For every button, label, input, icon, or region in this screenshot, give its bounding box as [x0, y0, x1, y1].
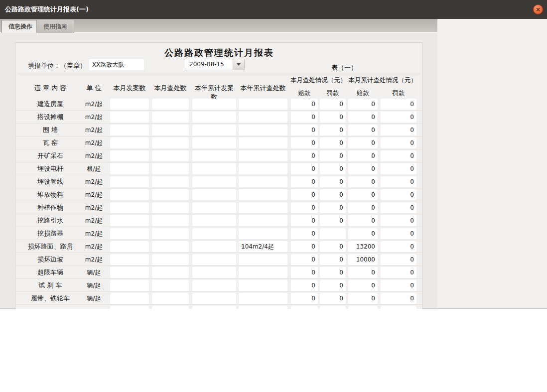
year-handled-input[interactable]	[239, 202, 287, 213]
year-fine-input[interactable]	[381, 280, 416, 291]
year-cases-input[interactable]	[192, 125, 236, 135]
year-fine-input[interactable]	[381, 241, 416, 252]
month-compensation-input[interactable]	[291, 202, 318, 213]
month-handled-input[interactable]	[152, 176, 189, 187]
year-cases-input[interactable]	[192, 189, 236, 200]
month-compensation-input[interactable]	[291, 241, 318, 252]
year-compensation-input[interactable]	[348, 163, 378, 174]
month-compensation-input[interactable]	[291, 125, 318, 135]
year-handled-input[interactable]	[239, 112, 287, 123]
month-compensation-input[interactable]	[291, 280, 318, 291]
month-fine-input[interactable]	[320, 267, 346, 278]
year-handled-input[interactable]	[239, 215, 287, 226]
month-cases-input[interactable]	[110, 202, 149, 213]
month-handled-input[interactable]	[152, 150, 189, 161]
month-compensation-input[interactable]	[291, 215, 318, 226]
year-cases-input[interactable]	[192, 254, 236, 265]
close-icon[interactable]: ×	[533, 4, 543, 14]
month-cases-input[interactable]	[110, 267, 149, 278]
month-compensation-input[interactable]	[291, 176, 318, 187]
month-cases-input[interactable]	[110, 176, 149, 187]
month-compensation-input[interactable]	[291, 112, 318, 123]
month-fine-input[interactable]	[320, 112, 346, 123]
month-cases-input[interactable]	[110, 99, 149, 110]
year-handled-input[interactable]	[239, 267, 287, 278]
month-compensation-input[interactable]	[291, 99, 318, 110]
month-handled-input[interactable]	[152, 280, 189, 291]
month-cases-input[interactable]	[110, 125, 149, 135]
month-fine-input[interactable]	[320, 125, 346, 135]
year-fine-input[interactable]	[381, 112, 416, 123]
year-cases-input[interactable]	[192, 306, 236, 309]
year-handled-input[interactable]	[239, 125, 287, 135]
month-fine-input[interactable]	[320, 241, 346, 252]
month-fine-input[interactable]	[320, 176, 346, 187]
month-fine-input[interactable]	[320, 99, 346, 110]
month-cases-input[interactable]	[110, 293, 149, 304]
month-cases-input[interactable]	[110, 137, 149, 148]
month-cases-input[interactable]	[110, 215, 149, 226]
month-handled-input[interactable]	[152, 189, 189, 200]
year-compensation-input[interactable]	[348, 176, 378, 187]
month-fine-input[interactable]	[320, 202, 346, 213]
month-cases-input[interactable]	[110, 241, 149, 252]
month-fine-input[interactable]	[320, 163, 346, 174]
month-handled-input[interactable]	[152, 241, 189, 252]
year-cases-input[interactable]	[192, 267, 236, 278]
month-fine-input[interactable]	[320, 137, 346, 148]
month-cases-input[interactable]	[110, 189, 149, 200]
month-handled-input[interactable]	[152, 228, 189, 239]
year-handled-input[interactable]	[239, 293, 287, 304]
month-fine-input[interactable]	[320, 189, 346, 200]
year-fine-input[interactable]	[381, 189, 416, 200]
month-fine-input[interactable]	[320, 254, 346, 265]
year-cases-input[interactable]	[192, 137, 236, 148]
year-fine-input[interactable]	[381, 267, 416, 278]
month-handled-input[interactable]	[152, 306, 189, 309]
month-fine-input[interactable]	[320, 228, 346, 239]
month-handled-input[interactable]	[152, 163, 189, 174]
year-cases-input[interactable]	[192, 202, 236, 213]
month-fine-input[interactable]	[320, 293, 346, 304]
year-fine-input[interactable]	[381, 202, 416, 213]
month-handled-input[interactable]	[152, 112, 189, 123]
year-cases-input[interactable]	[192, 176, 236, 187]
year-compensation-input[interactable]	[348, 125, 378, 135]
year-compensation-input[interactable]	[348, 280, 378, 291]
year-handled-input[interactable]	[239, 306, 287, 309]
year-cases-input[interactable]	[192, 241, 236, 252]
month-cases-input[interactable]	[110, 150, 149, 161]
month-handled-input[interactable]	[152, 267, 189, 278]
year-handled-input[interactable]	[239, 280, 287, 291]
month-fine-input[interactable]	[320, 215, 346, 226]
month-compensation-input[interactable]	[291, 163, 318, 174]
month-handled-input[interactable]	[152, 202, 189, 213]
year-fine-input[interactable]	[381, 176, 416, 187]
month-handled-input[interactable]	[152, 99, 189, 110]
year-cases-input[interactable]	[192, 228, 236, 239]
month-handled-input[interactable]	[152, 125, 189, 135]
year-compensation-input[interactable]	[348, 228, 378, 239]
month-cases-input[interactable]	[110, 228, 149, 239]
month-cases-input[interactable]	[110, 112, 149, 123]
tab-user-guide[interactable]: 使用指南	[36, 20, 74, 33]
year-handled-input[interactable]	[239, 176, 287, 187]
year-compensation-input[interactable]	[348, 112, 378, 123]
month-compensation-input[interactable]	[291, 189, 318, 200]
year-compensation-input[interactable]	[348, 306, 378, 309]
year-compensation-input[interactable]	[348, 254, 378, 265]
year-cases-input[interactable]	[192, 99, 236, 110]
month-compensation-input[interactable]	[291, 228, 318, 239]
year-compensation-input[interactable]	[348, 293, 378, 304]
month-handled-input[interactable]	[152, 137, 189, 148]
month-compensation-input[interactable]	[291, 306, 318, 309]
year-cases-input[interactable]	[192, 293, 236, 304]
month-compensation-input[interactable]	[291, 267, 318, 278]
month-handled-input[interactable]	[152, 215, 189, 226]
year-compensation-input[interactable]	[348, 189, 378, 200]
month-compensation-input[interactable]	[291, 254, 318, 265]
year-compensation-input[interactable]	[348, 267, 378, 278]
year-cases-input[interactable]	[192, 112, 236, 123]
month-cases-input[interactable]	[110, 254, 149, 265]
year-cases-input[interactable]	[192, 163, 236, 174]
